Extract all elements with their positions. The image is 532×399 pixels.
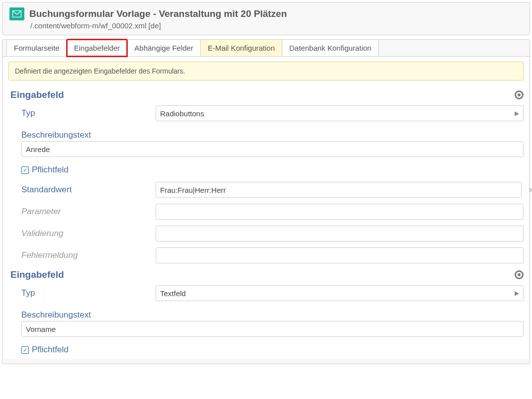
type-select-2[interactable]: Textfeld ▶ [156, 285, 524, 301]
label-desc-2: Beschreibungstext [21, 307, 524, 321]
desc-input-1[interactable] [21, 141, 524, 157]
section-header-1: Eingabefeld [3, 86, 529, 102]
mandatory-checkbox-2[interactable]: ✓ [21, 346, 29, 354]
label-desc: Beschreibungstext [21, 127, 524, 141]
label-parameter: Parameter [21, 207, 151, 217]
label-mandatory-2: Pflichtfeld [32, 345, 69, 355]
desc-input-2[interactable] [21, 321, 524, 337]
tab-content: Definiert die angezeigten Eingabefelder … [3, 57, 529, 359]
chevron-right-icon: ▶ [515, 110, 519, 117]
type-select-1[interactable]: Radiobuttons ▶ [156, 105, 524, 121]
section-title-text-2: Eingabefeld [10, 269, 64, 280]
page-path: /.content/webform-m/wf_00002.xml [de] [30, 21, 523, 30]
parameter-input-1[interactable] [156, 204, 524, 220]
tab-email-konfiguration[interactable]: E-Mail Konfiguration [200, 39, 282, 57]
label-type-2: Typ [21, 288, 151, 298]
label-mandatory: Pflichtfeld [32, 165, 69, 175]
error-input-1[interactable] [156, 247, 524, 263]
label-type: Typ [21, 108, 151, 118]
tab-datenbank-konfiguration[interactable]: Datenbank Konfiguration [282, 39, 379, 57]
section-title-text: Eingabefeld [10, 89, 64, 100]
target-icon[interactable] [515, 90, 524, 99]
info-box: Definiert die angezeigten Eingabefelder … [8, 62, 524, 80]
mandatory-checkbox-1[interactable]: ✓ [21, 166, 29, 174]
label-default: Standardwert [21, 185, 151, 195]
tabs-bar: Formularseite Eingabefelder Abhängige Fe… [6, 39, 530, 57]
tabs-container: Formularseite Eingabefelder Abhängige Fe… [2, 39, 530, 364]
tab-abhaengige-felder[interactable]: Abhängige Felder [127, 39, 200, 57]
default-input-1[interactable] [156, 182, 522, 198]
type-select-value: Radiobuttons [160, 109, 204, 118]
target-icon-2[interactable] [515, 270, 524, 279]
chevron-right-icon-2: ▶ [515, 290, 519, 297]
mail-icon [9, 7, 24, 20]
header-panel: Buchungsformular Vorlage - Veranstaltung… [2, 2, 530, 35]
tab-formularseite[interactable]: Formularseite [6, 39, 67, 57]
validation-input-1[interactable] [156, 226, 524, 241]
section-header-2: Eingabefeld [3, 266, 529, 282]
label-validation: Validierung [21, 229, 151, 239]
label-error: Fehlermeldung [21, 250, 151, 260]
page-title: Buchungsformular Vorlage - Veranstaltung… [29, 8, 287, 19]
type-select-value-2: Textfeld [160, 289, 186, 298]
scissors-icon[interactable]: ✂ [529, 185, 532, 196]
tab-eingabefelder[interactable]: Eingabefelder [67, 39, 128, 57]
